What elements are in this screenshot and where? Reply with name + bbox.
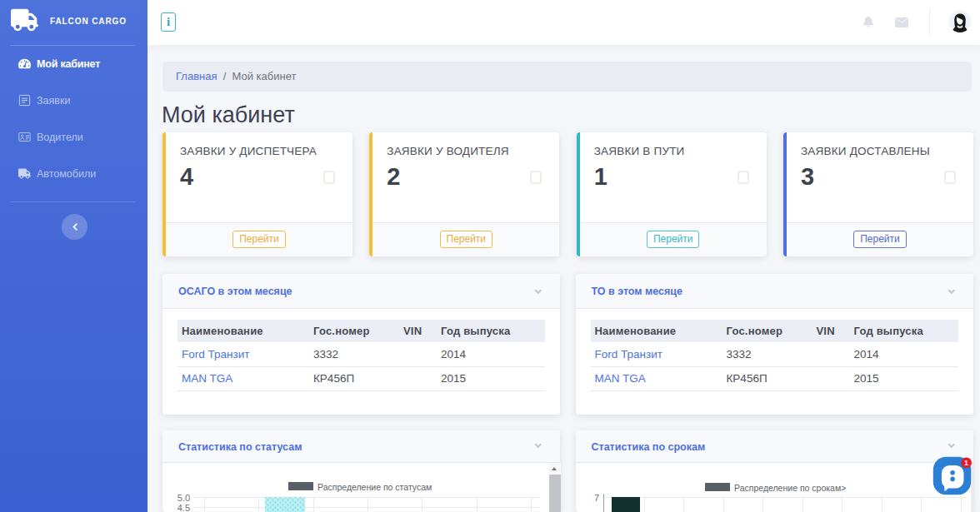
svg-text:1: 1 xyxy=(964,458,968,466)
